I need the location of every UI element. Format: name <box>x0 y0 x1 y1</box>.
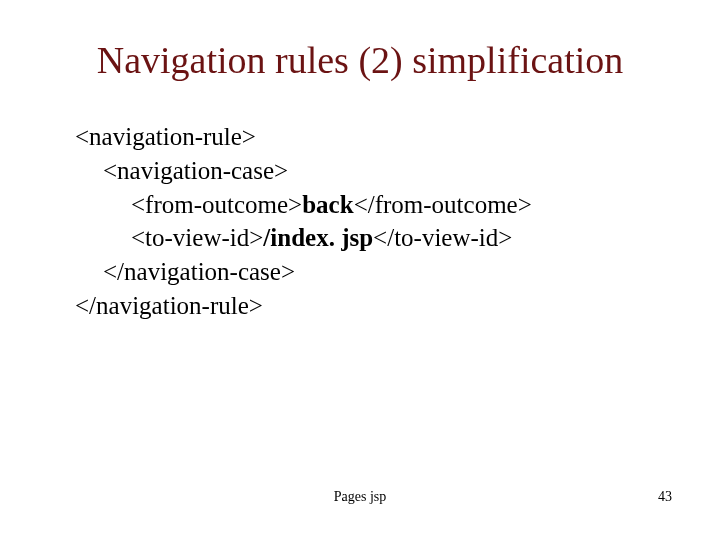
code-line: </navigation-case> <box>75 255 655 289</box>
code-text: </from-outcome> <box>354 191 532 218</box>
footer-center: Pages jsp <box>0 489 720 505</box>
code-bold: /index. jsp <box>263 224 373 251</box>
code-text: <from-outcome> <box>131 191 302 218</box>
page-number: 43 <box>658 489 672 505</box>
slide: Navigation rules (2) simplification <nav… <box>0 0 720 540</box>
code-line: <navigation-rule> <box>75 120 655 154</box>
code-text: </to-view-id> <box>373 224 512 251</box>
code-line: <to-view-id>/index. jsp</to-view-id> <box>75 221 655 255</box>
code-block: <navigation-rule> <navigation-case> <fro… <box>75 120 655 323</box>
code-line: <from-outcome>back</from-outcome> <box>75 188 655 222</box>
code-bold: back <box>302 191 353 218</box>
slide-title: Navigation rules (2) simplification <box>0 38 720 82</box>
code-text: <to-view-id> <box>131 224 263 251</box>
code-line: <navigation-case> <box>75 154 655 188</box>
code-line: </navigation-rule> <box>75 289 655 323</box>
